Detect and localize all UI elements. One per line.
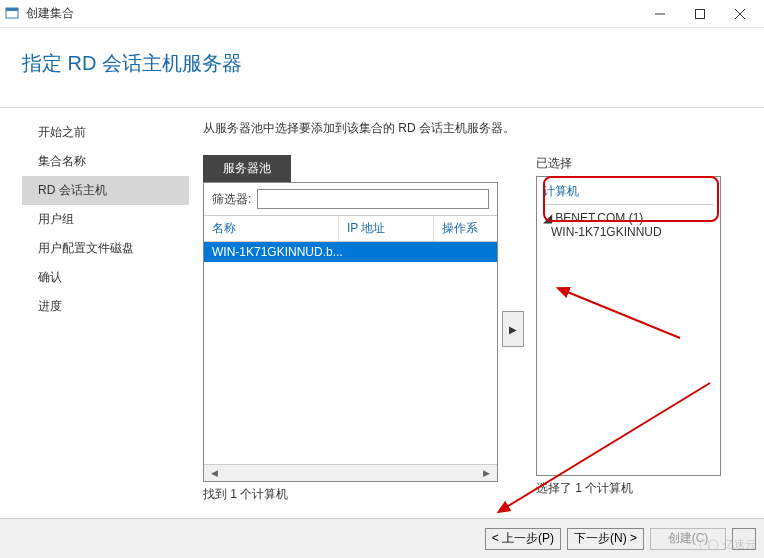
titlebar: 创建集合 xyxy=(0,0,764,28)
instruction-text: 从服务器池中选择要添加到该集合的 RD 会话主机服务器。 xyxy=(203,120,756,137)
wizard-header: 指定 RD 会话主机服务器 xyxy=(0,28,764,108)
col-ip[interactable]: IP 地址 xyxy=(339,216,434,241)
tab-server-pool[interactable]: 服务器池 xyxy=(203,155,291,182)
maximize-icon xyxy=(695,9,705,19)
step-user-profile-disks[interactable]: 用户配置文件磁盘 xyxy=(0,234,195,263)
pool-count-label: 找到 1 个计算机 xyxy=(203,486,498,503)
step-collection-name[interactable]: 集合名称 xyxy=(0,147,195,176)
selected-item[interactable]: WIN-1K71GKINNUD xyxy=(543,225,714,239)
filter-input[interactable] xyxy=(257,189,489,209)
add-to-selected-button[interactable]: ▶ xyxy=(502,311,524,347)
selected-title: 已选择 xyxy=(536,155,721,172)
minimize-button[interactable] xyxy=(640,0,680,28)
wizard-footer: < 上一步(P) 下一步(N) > 创建(C) xyxy=(0,518,764,558)
step-user-groups[interactable]: 用户组 xyxy=(0,205,195,234)
selected-count-label: 选择了 1 个计算机 xyxy=(536,480,721,497)
window-controls xyxy=(640,0,760,28)
wizard-body: 开始之前 集合名称 RD 会话主机 用户组 用户配置文件磁盘 确认 进度 从服务… xyxy=(0,108,764,516)
pool-horizontal-scrollbar[interactable]: ◀ ▶ xyxy=(204,464,497,481)
server-pool-box: 筛选器: 名称 IP 地址 操作系 WIN-1K71GKINNUD.b... xyxy=(203,182,498,482)
step-rd-session-host[interactable]: RD 会话主机 xyxy=(22,176,189,205)
step-before-begin[interactable]: 开始之前 xyxy=(0,118,195,147)
watermark-text: 亿速云 xyxy=(723,537,756,552)
filter-label: 筛选器: xyxy=(212,191,251,208)
scroll-left-icon[interactable]: ◀ xyxy=(206,466,223,481)
pool-list[interactable]: WIN-1K71GKINNUD.b... xyxy=(204,242,497,464)
filter-row: 筛选器: xyxy=(204,183,497,215)
pool-column-headers: 名称 IP 地址 操作系 xyxy=(204,215,497,242)
scroll-right-icon[interactable]: ▶ xyxy=(478,466,495,481)
steps-sidebar: 开始之前 集合名称 RD 会话主机 用户组 用户配置文件磁盘 确认 进度 xyxy=(0,108,195,516)
close-icon xyxy=(735,9,745,19)
pool-tabs: 服务器池 xyxy=(203,155,498,182)
step-confirm[interactable]: 确认 xyxy=(0,263,195,292)
col-name[interactable]: 名称 xyxy=(204,216,339,241)
app-icon xyxy=(4,6,20,22)
pool-layout: 服务器池 筛选器: 名称 IP 地址 操作系 WIN-1K71GKINNUD. xyxy=(203,155,756,503)
selected-section: 已选择 计算机 ◢ BENET.COM (1) WIN-1K71GKINNUD … xyxy=(536,155,721,503)
maximize-button[interactable] xyxy=(680,0,720,28)
svg-rect-1 xyxy=(6,8,18,11)
pool-row[interactable]: WIN-1K71GKINNUD.b... xyxy=(204,242,497,262)
page-title: 指定 RD 会话主机服务器 xyxy=(22,50,764,77)
minimize-icon xyxy=(655,9,665,19)
chevron-right-icon: ▶ xyxy=(509,324,517,335)
selected-group-name: BENET.COM (1) xyxy=(555,211,643,225)
move-arrow-column: ▶ xyxy=(498,155,528,503)
watermark: 亿速云 xyxy=(698,537,756,552)
close-button[interactable] xyxy=(720,0,760,28)
window-title: 创建集合 xyxy=(26,5,74,22)
next-button[interactable]: 下一步(N) > xyxy=(567,528,644,550)
main-panel: 从服务器池中选择要添加到该集合的 RD 会话主机服务器。 服务器池 筛选器: 名… xyxy=(195,108,764,516)
expand-arrow-icon: ◢ xyxy=(543,211,552,225)
previous-button[interactable]: < 上一步(P) xyxy=(485,528,561,550)
watermark-logo-icon xyxy=(698,538,720,552)
step-progress[interactable]: 进度 xyxy=(0,292,195,321)
selected-group-row[interactable]: ◢ BENET.COM (1) xyxy=(543,211,714,225)
svg-rect-3 xyxy=(696,9,705,18)
col-os[interactable]: 操作系 xyxy=(434,216,497,241)
selected-column-label: 计算机 xyxy=(543,181,714,205)
selected-box: 计算机 ◢ BENET.COM (1) WIN-1K71GKINNUD xyxy=(536,176,721,476)
pool-row-name: WIN-1K71GKINNUD.b... xyxy=(212,245,347,259)
server-pool-section: 服务器池 筛选器: 名称 IP 地址 操作系 WIN-1K71GKINNUD. xyxy=(203,155,498,503)
